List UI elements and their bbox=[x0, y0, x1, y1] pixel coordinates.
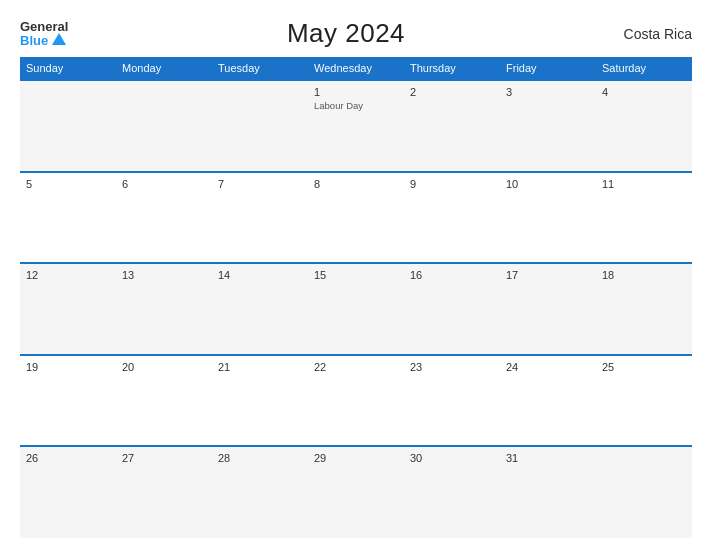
day-number: 24 bbox=[506, 361, 590, 373]
logo-general-text: General bbox=[20, 20, 68, 33]
day-number: 28 bbox=[218, 452, 302, 464]
calendar-cell: 17 bbox=[500, 263, 596, 355]
day-number: 10 bbox=[506, 178, 590, 190]
calendar-cell: 18 bbox=[596, 263, 692, 355]
calendar-cell: 26 bbox=[20, 446, 116, 538]
calendar-cell: 30 bbox=[404, 446, 500, 538]
calendar-cell: 2 bbox=[404, 80, 500, 172]
calendar-cell: 11 bbox=[596, 172, 692, 264]
day-number: 4 bbox=[602, 86, 686, 98]
calendar-cell: 13 bbox=[116, 263, 212, 355]
day-number: 3 bbox=[506, 86, 590, 98]
calendar-cell: 20 bbox=[116, 355, 212, 447]
day-number: 17 bbox=[506, 269, 590, 281]
calendar-cell: 5 bbox=[20, 172, 116, 264]
col-monday: Monday bbox=[116, 57, 212, 80]
logo-triangle-icon bbox=[52, 33, 66, 45]
calendar-cell bbox=[212, 80, 308, 172]
calendar-cell: 25 bbox=[596, 355, 692, 447]
calendar-cell: 10 bbox=[500, 172, 596, 264]
day-number: 9 bbox=[410, 178, 494, 190]
holiday-label: Labour Day bbox=[314, 100, 398, 111]
calendar-cell bbox=[116, 80, 212, 172]
day-number: 19 bbox=[26, 361, 110, 373]
day-number: 21 bbox=[218, 361, 302, 373]
calendar-header: General Blue May 2024 Costa Rica bbox=[20, 18, 692, 49]
calendar-cell bbox=[20, 80, 116, 172]
calendar-cell: 4 bbox=[596, 80, 692, 172]
calendar-cell: 7 bbox=[212, 172, 308, 264]
day-number: 12 bbox=[26, 269, 110, 281]
col-wednesday: Wednesday bbox=[308, 57, 404, 80]
calendar-cell: 9 bbox=[404, 172, 500, 264]
calendar-cell: 14 bbox=[212, 263, 308, 355]
calendar-cell: 8 bbox=[308, 172, 404, 264]
col-tuesday: Tuesday bbox=[212, 57, 308, 80]
day-number: 6 bbox=[122, 178, 206, 190]
calendar-cell: 6 bbox=[116, 172, 212, 264]
calendar-page: General Blue May 2024 Costa Rica Sunday … bbox=[0, 0, 712, 550]
calendar-cell: 16 bbox=[404, 263, 500, 355]
day-number: 30 bbox=[410, 452, 494, 464]
calendar-cell: 27 bbox=[116, 446, 212, 538]
calendar-cell: 28 bbox=[212, 446, 308, 538]
logo-blue-text: Blue bbox=[20, 34, 48, 47]
col-sunday: Sunday bbox=[20, 57, 116, 80]
day-number: 22 bbox=[314, 361, 398, 373]
day-number: 27 bbox=[122, 452, 206, 464]
day-number: 15 bbox=[314, 269, 398, 281]
col-friday: Friday bbox=[500, 57, 596, 80]
calendar-header-row: Sunday Monday Tuesday Wednesday Thursday… bbox=[20, 57, 692, 80]
day-number: 25 bbox=[602, 361, 686, 373]
day-number: 8 bbox=[314, 178, 398, 190]
calendar-title: May 2024 bbox=[287, 18, 405, 49]
day-number: 31 bbox=[506, 452, 590, 464]
calendar-cell: 12 bbox=[20, 263, 116, 355]
day-number: 2 bbox=[410, 86, 494, 98]
day-number: 5 bbox=[26, 178, 110, 190]
calendar-cell: 15 bbox=[308, 263, 404, 355]
calendar-body: 1Labour Day23456789101112131415161718192… bbox=[20, 80, 692, 538]
day-number: 11 bbox=[602, 178, 686, 190]
day-number: 20 bbox=[122, 361, 206, 373]
day-number: 26 bbox=[26, 452, 110, 464]
calendar-table: Sunday Monday Tuesday Wednesday Thursday… bbox=[20, 57, 692, 538]
day-number: 14 bbox=[218, 269, 302, 281]
calendar-cell: 29 bbox=[308, 446, 404, 538]
day-number: 18 bbox=[602, 269, 686, 281]
calendar-cell: 21 bbox=[212, 355, 308, 447]
col-thursday: Thursday bbox=[404, 57, 500, 80]
day-number: 13 bbox=[122, 269, 206, 281]
calendar-cell: 23 bbox=[404, 355, 500, 447]
day-number: 1 bbox=[314, 86, 398, 98]
calendar-cell: 19 bbox=[20, 355, 116, 447]
country-label: Costa Rica bbox=[624, 26, 692, 42]
logo: General Blue bbox=[20, 20, 68, 47]
col-saturday: Saturday bbox=[596, 57, 692, 80]
day-number: 23 bbox=[410, 361, 494, 373]
calendar-cell: 31 bbox=[500, 446, 596, 538]
day-number: 16 bbox=[410, 269, 494, 281]
calendar-cell: 22 bbox=[308, 355, 404, 447]
calendar-cell bbox=[596, 446, 692, 538]
calendar-cell: 1Labour Day bbox=[308, 80, 404, 172]
day-number: 7 bbox=[218, 178, 302, 190]
day-number: 29 bbox=[314, 452, 398, 464]
calendar-cell: 3 bbox=[500, 80, 596, 172]
calendar-cell: 24 bbox=[500, 355, 596, 447]
